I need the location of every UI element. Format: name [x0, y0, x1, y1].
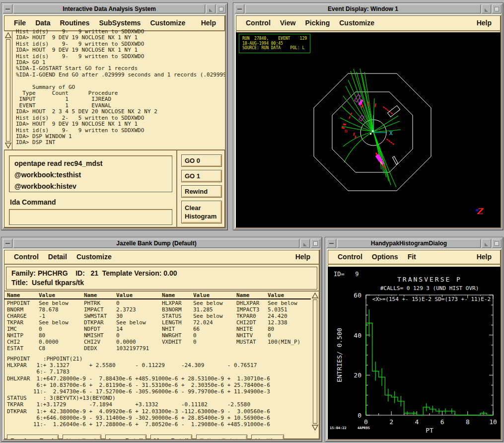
- menu-options[interactable]: Options: [372, 253, 398, 261]
- y-tick-label: 40: [354, 332, 361, 339]
- bank-cell: DHLXPAR: [236, 300, 268, 306]
- minimize-icon: [303, 243, 307, 246]
- bank-cell: 30: [116, 313, 162, 319]
- menu-control[interactable]: Control: [338, 253, 362, 261]
- bank-cell: See below: [193, 313, 236, 319]
- bank-cell: IMC: [7, 326, 39, 332]
- bank-cell: 0: [116, 332, 162, 339]
- maximize-button[interactable]: [216, 4, 226, 13]
- ida-command-input-box[interactable]: [9, 209, 172, 225]
- menu-help[interactable]: Help: [201, 19, 216, 27]
- stats-line: <X>=(154 +- 15)E-2 SD=(173 +- 11)E-2: [372, 296, 491, 302]
- scroll-down-icon[interactable]: [5, 143, 11, 148]
- maximize-button[interactable]: [492, 4, 502, 13]
- command-history[interactable]: opentape read rec94_mdst @workbook:testh…: [9, 155, 172, 192]
- x-tick-label: 2: [389, 418, 393, 426]
- minimize-button[interactable]: [482, 4, 491, 13]
- scroll-down-icon[interactable]: [312, 425, 318, 431]
- maximize-button[interactable]: [492, 239, 502, 248]
- menu-routines[interactable]: Routines: [60, 19, 89, 27]
- scroll-up-icon[interactable]: [5, 32, 11, 38]
- event-display-canvas[interactable]: RUN 27840, EVENT 129 18-AUG-1994 00:45 S…: [236, 32, 501, 227]
- modify--button[interactable]: Modify...: [251, 435, 284, 440]
- menu-fit[interactable]: Fit: [408, 253, 416, 261]
- ida-titlebar[interactable]: Interactive Data Analysis System: [3, 4, 226, 13]
- bank-scrollbar[interactable]: [311, 292, 319, 432]
- bank-cell: HLXPAR: [162, 300, 193, 306]
- menu-file[interactable]: File: [14, 19, 26, 27]
- bank-cell: PHPOINT: [7, 300, 39, 306]
- bank-cell: NHITE: [236, 326, 268, 332]
- menu-help[interactable]: Help: [477, 253, 492, 261]
- plot-frame: [366, 295, 493, 415]
- bank-window-title: Jazelle Bank Dump (Default): [13, 239, 299, 248]
- bank-cell: MUSTAT: [236, 339, 268, 345]
- bank-cell: [268, 345, 311, 352]
- hist-titlebar[interactable]: HandypakHistogramDialog: [327, 239, 502, 248]
- next-bank-button[interactable]: Next Bank: [63, 435, 101, 440]
- bank-cell: 5.0351: [268, 306, 311, 313]
- follow-pointer-button[interactable]: Follow Pointer: [196, 435, 248, 440]
- bank-header-cell: Name: [236, 292, 268, 298]
- window-menu-icon: [5, 243, 10, 244]
- go0-button[interactable]: GO 0: [181, 154, 222, 167]
- bank-header-cell: Name: [84, 292, 116, 298]
- maximize-button[interactable]: [311, 239, 320, 248]
- window-menu-button[interactable]: [3, 4, 12, 13]
- bank-cell: 80: [268, 326, 311, 332]
- menu-control[interactable]: Control: [14, 253, 39, 261]
- menu-help[interactable]: Help: [477, 19, 492, 27]
- scroll-up-icon[interactable]: [312, 293, 318, 298]
- maximize-icon: [313, 241, 318, 246]
- bank-cell: PHTRK: [84, 300, 116, 306]
- bank-cell: CHARGE: [7, 313, 39, 319]
- bank-menu-items: ControlDetailCustomize: [14, 253, 112, 261]
- hist-window-title: HandypakHistogramDialog: [337, 239, 481, 248]
- event-titlebar[interactable]: Event Display: Window 1: [235, 4, 502, 13]
- maximize-icon: [495, 7, 499, 11]
- scrollbar-thumb[interactable]: [313, 299, 317, 424]
- more-detail-button[interactable]: More Detail: [150, 435, 192, 440]
- go1-button[interactable]: GO 1: [181, 170, 222, 182]
- terminal-scrollbar[interactable]: [4, 31, 12, 149]
- rewind-button[interactable]: Rewind: [181, 185, 222, 198]
- minimize-button[interactable]: [206, 4, 216, 13]
- chart-title: TRANSVERSE P: [397, 276, 462, 283]
- histogram-canvas[interactable]: ID= 9 02040600246810TRANSVERSE P#CALLS= …: [328, 267, 501, 439]
- bank-cell: 72.024: [193, 319, 236, 326]
- minimize-button[interactable]: [482, 239, 491, 248]
- bank-table-rows: PHPOINTSee belowPHTRK0HLXPARSee belowDHL…: [7, 300, 311, 352]
- bank-titlebar[interactable]: Jazelle Bank Dump (Default): [3, 239, 320, 248]
- minimize-button[interactable]: [300, 239, 310, 248]
- event-menu-items: ControlViewPickingCustomize: [246, 19, 374, 27]
- terminal-output[interactable]: Hist id(s) 9- 9 written to SDDXWDO IDA> …: [12, 29, 225, 149]
- window-menu-button[interactable]: [235, 4, 244, 13]
- menu-subsystems[interactable]: SubSystems: [99, 19, 141, 27]
- bank-cell: VXDHIT: [162, 339, 193, 345]
- bank-cell: 66: [193, 326, 236, 332]
- menu-control[interactable]: Control: [246, 19, 271, 27]
- scrollbar-thumb[interactable]: [6, 39, 10, 142]
- bank-table-zone: NameValueNameValueNameValueNameValue PHP…: [4, 291, 319, 432]
- menu-picking[interactable]: Picking: [305, 19, 330, 27]
- menu-customize[interactable]: Customize: [76, 253, 112, 261]
- ida-command-input[interactable]: [9, 214, 172, 221]
- menu-help[interactable]: Help: [295, 253, 310, 261]
- menu-detail[interactable]: Detail: [48, 253, 67, 261]
- window-menu-button[interactable]: [327, 239, 336, 248]
- menu-view[interactable]: View: [280, 19, 296, 27]
- experiment-logo: Z *: [476, 207, 486, 217]
- maximize-icon: [495, 241, 499, 246]
- minimize-icon: [485, 243, 488, 246]
- ida-action-buttons: GO 0 GO 1 Rewind Clear Histogram: [176, 150, 225, 228]
- menu-data[interactable]: Data: [35, 19, 50, 27]
- title-line: Title: Useful tkpars/tk: [11, 279, 84, 287]
- less-detail-button[interactable]: Less Detail: [105, 435, 146, 440]
- bank-header-cell: Value: [39, 292, 84, 298]
- clear-histogram-button[interactable]: Clear Histogram: [181, 201, 222, 223]
- menu-customize[interactable]: Customize: [150, 19, 185, 27]
- menu-customize[interactable]: Customize: [339, 19, 374, 27]
- previous-bank-button[interactable]: Previous Bank: [7, 435, 59, 440]
- window-menu-button[interactable]: [3, 239, 12, 248]
- histogram-id-label: ID= 9: [334, 271, 359, 278]
